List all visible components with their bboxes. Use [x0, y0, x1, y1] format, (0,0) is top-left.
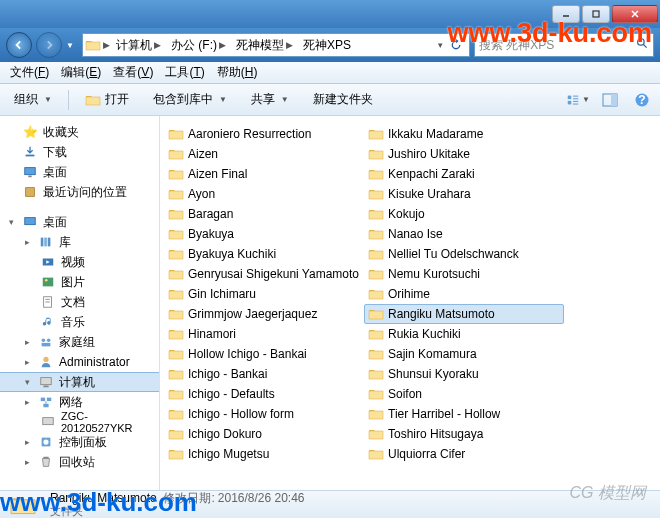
svg-rect-9 [568, 100, 572, 104]
breadcrumb-item[interactable]: 计算机▶ [112, 34, 167, 56]
sidebar-libraries[interactable]: ▸库 [0, 232, 159, 252]
menu-view[interactable]: 查看(V) [107, 64, 159, 81]
svg-rect-8 [573, 98, 578, 99]
folder-item[interactable]: Kokujo [364, 204, 564, 224]
sidebar-network-pc[interactable]: ZGC-20120527YKR [0, 412, 159, 432]
help-button[interactable]: ? [630, 88, 654, 112]
folder-item[interactable]: Sajin Komamura [364, 344, 564, 364]
folder-item[interactable]: Ichigo - Defaults [164, 384, 364, 404]
sidebar-desktop[interactable]: 桌面 [0, 162, 159, 182]
include-button[interactable]: 包含到库中▼ [145, 87, 235, 112]
folder-item[interactable]: Nanao Ise [364, 224, 564, 244]
folder-item[interactable]: Ulquiorra Cifer [364, 444, 564, 464]
folder-item[interactable]: Baragan [164, 204, 364, 224]
folder-label: Genryusai Shigekuni Yamamoto [188, 267, 359, 281]
address-dropdown[interactable]: ▾ [436, 40, 445, 50]
svg-point-30 [42, 339, 46, 343]
sidebar-network[interactable]: ▸网络 [0, 392, 159, 412]
sidebar-homegroup[interactable]: ▸家庭组 [0, 332, 159, 352]
toolbar: 组织▼ 打开 包含到库中▼ 共享▼ 新建文件夹 ▼ ? [0, 84, 660, 116]
svg-rect-22 [44, 238, 47, 247]
folder-item[interactable]: Ichigo Mugetsu [164, 444, 364, 464]
folder-item[interactable]: Gin Ichimaru [164, 284, 364, 304]
sidebar-documents[interactable]: 文档 [0, 292, 159, 312]
desktop-icon [22, 164, 38, 180]
folder-label: Aaroniero Resurrection [188, 127, 311, 141]
svg-rect-21 [41, 238, 44, 247]
view-options-button[interactable]: ▼ [566, 88, 590, 112]
folder-item[interactable]: Ayon [164, 184, 364, 204]
menu-file[interactable]: 文件(F) [4, 64, 55, 81]
controlpanel-icon [38, 434, 54, 450]
sidebar-computer[interactable]: ▾计算机 [0, 372, 159, 392]
sidebar-favorites[interactable]: ⭐收藏夹 [0, 122, 159, 142]
sidebar-recent[interactable]: 最近访问的位置 [0, 182, 159, 202]
folder-item[interactable]: Hollow Ichigo - Bankai [164, 344, 364, 364]
folder-item[interactable]: Genryusai Shigekuni Yamamoto [164, 264, 364, 284]
folder-item[interactable]: Tier Harribel - Hollow [364, 404, 564, 424]
back-button[interactable] [6, 32, 32, 58]
folder-item[interactable]: Grimmjow Jaegerjaquez [164, 304, 364, 324]
folder-item[interactable]: Aaroniero Resurrection [164, 124, 364, 144]
breadcrumb-item[interactable]: 死神XPS [299, 34, 355, 56]
svg-rect-25 [43, 278, 54, 287]
breadcrumb-label: 办公 (F:) [171, 37, 217, 54]
folder-item[interactable]: Kisuke Urahara [364, 184, 564, 204]
folder-item[interactable]: Aizen Final [164, 164, 364, 184]
folder-open-icon [85, 93, 101, 107]
svg-point-33 [43, 357, 48, 362]
svg-rect-34 [41, 378, 52, 385]
svg-rect-19 [26, 188, 35, 197]
folder-item[interactable]: Orihime [364, 284, 564, 304]
folder-item[interactable]: Rangiku Matsumoto [364, 304, 564, 324]
sidebar-pictures[interactable]: 图片 [0, 272, 159, 292]
svg-rect-7 [573, 95, 578, 96]
forward-button[interactable] [36, 32, 62, 58]
computer-icon [38, 374, 54, 390]
share-button[interactable]: 共享▼ [243, 87, 297, 112]
history-dropdown[interactable]: ▼ [66, 41, 78, 50]
folder-item[interactable]: Hinamori [164, 324, 364, 344]
watermark-text: www.3d-ku.com [0, 487, 197, 518]
folder-label: Ichigo Mugetsu [188, 447, 269, 461]
svg-text:?: ? [638, 93, 645, 107]
folder-item[interactable]: Nemu Kurotsuchi [364, 264, 564, 284]
separator [68, 90, 69, 110]
chevron-right-icon[interactable]: ▶ [101, 40, 112, 50]
newfolder-button[interactable]: 新建文件夹 [305, 87, 381, 112]
folder-label: Rangiku Matsumoto [388, 307, 495, 321]
folder-item[interactable]: Rukia Kuchiki [364, 324, 564, 344]
folder-item[interactable]: Byakuya Kuchiki [164, 244, 364, 264]
organize-button[interactable]: 组织▼ [6, 87, 60, 112]
folder-item[interactable]: Ikkaku Madarame [364, 124, 564, 144]
sidebar-controlpanel[interactable]: ▸控制面板 [0, 432, 159, 452]
folder-item[interactable]: Kenpachi Zaraki [364, 164, 564, 184]
breadcrumb-item[interactable]: 办公 (F:)▶ [167, 34, 232, 56]
folder-item[interactable]: Byakuya [164, 224, 364, 244]
preview-pane-button[interactable] [598, 88, 622, 112]
sidebar-music[interactable]: 音乐 [0, 312, 159, 332]
breadcrumb-item[interactable]: 死神模型▶ [232, 34, 299, 56]
folder-item[interactable]: Ichigo Dokuro [164, 424, 364, 444]
folder-item[interactable]: Aizen [164, 144, 364, 164]
svg-rect-11 [573, 103, 578, 104]
menu-help[interactable]: 帮助(H) [211, 64, 264, 81]
sidebar-downloads[interactable]: 下载 [0, 142, 159, 162]
sidebar-recyclebin[interactable]: ▸回收站 [0, 452, 159, 472]
folder-item[interactable]: Ichigo - Hollow form [164, 404, 364, 424]
open-button[interactable]: 打开 [77, 87, 137, 112]
folder-item[interactable]: Jushiro Ukitake [364, 144, 564, 164]
folder-label: Shunsui Kyoraku [388, 367, 479, 381]
sidebar-videos[interactable]: 视频 [0, 252, 159, 272]
menu-edit[interactable]: 编辑(E) [55, 64, 107, 81]
folder-item[interactable]: Toshiro Hitsugaya [364, 424, 564, 444]
menu-tools[interactable]: 工具(T) [159, 64, 210, 81]
sidebar-desktop-group[interactable]: ▾桌面 [0, 212, 159, 232]
folder-item[interactable]: Soifon [364, 384, 564, 404]
address-bar[interactable]: ▶ 计算机▶ 办公 (F:)▶ 死神模型▶ 死神XPS ▾ [82, 33, 470, 57]
folder-item[interactable]: Nelliel Tu Odelschwanck [364, 244, 564, 264]
folder-item[interactable]: Shunsui Kyoraku [364, 364, 564, 384]
sidebar-administrator[interactable]: ▸Administrator [0, 352, 159, 372]
library-icon [38, 234, 54, 250]
folder-item[interactable]: Ichigo - Bankai [164, 364, 364, 384]
